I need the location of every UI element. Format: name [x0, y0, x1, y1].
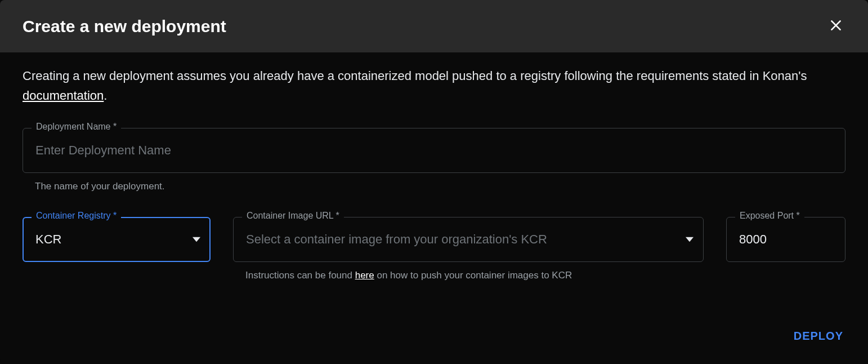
- deployment-name-input[interactable]: [23, 128, 845, 173]
- deployment-name-label: Deployment Name *: [32, 122, 121, 132]
- instructions-link[interactable]: here: [355, 270, 374, 281]
- container-image-select[interactable]: Select a container image from your organ…: [233, 217, 704, 262]
- container-image-label: Container Image URL *: [242, 211, 344, 221]
- container-image-group: Container Image URL * Select a container…: [233, 217, 704, 281]
- container-registry-select[interactable]: KCR: [23, 217, 211, 262]
- create-deployment-dialog: Create a new deployment Creating a new d…: [0, 0, 868, 364]
- helper-prefix: Instructions can be found: [245, 270, 355, 281]
- deploy-button[interactable]: DEPLOY: [791, 325, 845, 347]
- close-icon: [829, 18, 843, 34]
- helper-suffix: on how to push your container images to …: [374, 270, 572, 281]
- description-suffix: .: [104, 88, 107, 103]
- container-registry-label: Container Registry *: [32, 211, 121, 221]
- exposed-port-group: Exposed Port *: [726, 217, 845, 267]
- container-registry-group: Container Registry * KCR: [23, 217, 211, 267]
- description-prefix: Creating a new deployment assumes you al…: [23, 69, 807, 83]
- exposed-port-input[interactable]: [726, 217, 845, 262]
- deployment-name-helper: The name of your deployment.: [35, 181, 845, 192]
- close-button[interactable]: [826, 16, 845, 37]
- dialog-footer: DEPLOY: [0, 314, 868, 364]
- form-row: Container Registry * KCR Container Image…: [23, 217, 845, 281]
- dialog-title: Create a new deployment: [23, 17, 226, 36]
- deployment-name-group: Deployment Name *: [23, 128, 845, 173]
- description-text: Creating a new deployment assumes you al…: [23, 66, 845, 105]
- container-image-helper: Instructions can be found here on how to…: [245, 270, 704, 281]
- dialog-header: Create a new deployment: [0, 0, 868, 52]
- dialog-content: Creating a new deployment assumes you al…: [0, 52, 868, 314]
- exposed-port-label: Exposed Port *: [735, 211, 804, 221]
- documentation-link[interactable]: documentation: [23, 88, 104, 103]
